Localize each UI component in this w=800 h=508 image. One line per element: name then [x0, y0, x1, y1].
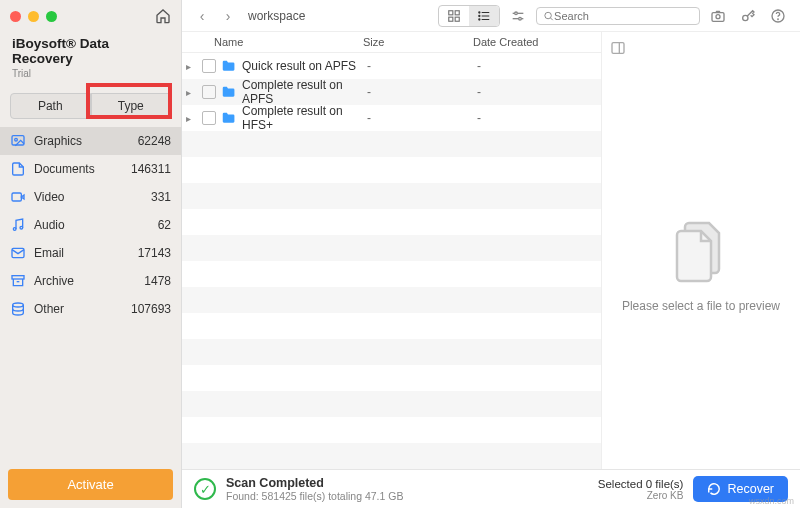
- file-list: Name Size Date Created ▸ Quick result on…: [182, 32, 602, 469]
- toolbar: ‹ › workspace: [182, 0, 800, 32]
- category-label: Other: [34, 302, 123, 316]
- svg-point-16: [479, 15, 480, 16]
- search-input[interactable]: [554, 10, 693, 22]
- table-row[interactable]: ▸ Complete result on APFS - -: [182, 79, 601, 105]
- svg-point-7: [13, 303, 24, 307]
- tab-path[interactable]: Path: [10, 93, 91, 119]
- category-label: Graphics: [34, 134, 130, 148]
- category-count: 107693: [131, 302, 171, 316]
- folder-icon: [220, 59, 238, 73]
- category-email[interactable]: Email 17143: [0, 239, 181, 267]
- disclosure-icon[interactable]: ▸: [186, 87, 198, 98]
- audio-icon: [10, 217, 26, 233]
- row-size: -: [367, 111, 477, 125]
- disclosure-icon[interactable]: ▸: [186, 61, 198, 72]
- back-button[interactable]: ‹: [192, 8, 212, 24]
- row-name: Complete result on HFS+: [242, 104, 367, 132]
- status-selected-size: Zero KB: [598, 490, 684, 501]
- app-title: iBoysoft® Data Recovery: [0, 32, 181, 68]
- search-icon: [543, 10, 554, 22]
- preview-toggle-icon[interactable]: [602, 38, 634, 58]
- filter-icon[interactable]: [506, 8, 530, 24]
- other-icon: [10, 301, 26, 317]
- grid-view-button[interactable]: [439, 6, 469, 26]
- checkbox[interactable]: [202, 111, 216, 125]
- svg-rect-8: [449, 10, 453, 14]
- preview-message: Please select a file to preview: [622, 299, 780, 313]
- category-documents[interactable]: Documents 146311: [0, 155, 181, 183]
- header-name[interactable]: Name: [210, 36, 363, 48]
- svg-point-26: [743, 15, 748, 20]
- category-audio[interactable]: Audio 62: [0, 211, 181, 239]
- list-view-button[interactable]: [469, 6, 499, 26]
- category-label: Video: [34, 190, 143, 204]
- column-headers: Name Size Date Created: [182, 32, 601, 53]
- camera-icon[interactable]: [706, 8, 730, 24]
- breadcrumb: workspace: [248, 9, 305, 23]
- home-icon[interactable]: [155, 8, 171, 24]
- svg-rect-9: [455, 10, 459, 14]
- forward-button[interactable]: ›: [218, 8, 238, 24]
- svg-point-4: [20, 226, 23, 229]
- category-label: Email: [34, 246, 130, 260]
- window-minimize[interactable]: [28, 11, 39, 22]
- help-icon[interactable]: [766, 8, 790, 24]
- row-size: -: [367, 85, 477, 99]
- file-placeholder-icon: [671, 215, 731, 285]
- main-panel: ‹ › workspace Name Size: [182, 0, 800, 508]
- svg-point-22: [545, 12, 551, 18]
- folder-icon: [220, 85, 238, 99]
- category-count: 1478: [144, 274, 171, 288]
- sidebar: iBoysoft® Data Recovery Trial Path Type …: [0, 0, 182, 508]
- app-subtitle: Trial: [0, 68, 181, 89]
- archive-icon: [10, 273, 26, 289]
- search-box[interactable]: [536, 7, 700, 25]
- sidebar-tabs: Path Type: [0, 89, 181, 127]
- refresh-icon: [707, 482, 721, 496]
- key-icon[interactable]: [736, 8, 760, 24]
- svg-point-1: [15, 138, 18, 141]
- checkbox[interactable]: [202, 85, 216, 99]
- category-archive[interactable]: Archive 1478: [0, 267, 181, 295]
- document-icon: [10, 161, 26, 177]
- svg-point-28: [778, 19, 779, 20]
- category-count: 331: [151, 190, 171, 204]
- category-count: 17143: [138, 246, 171, 260]
- status-selected: Selected 0 file(s): [598, 478, 684, 490]
- window-close[interactable]: [10, 11, 21, 22]
- category-count: 62248: [138, 134, 171, 148]
- svg-point-20: [515, 12, 518, 15]
- category-label: Documents: [34, 162, 123, 176]
- table-row[interactable]: ▸ Quick result on APFS - -: [182, 53, 601, 79]
- tab-type[interactable]: Type: [91, 93, 172, 119]
- header-date[interactable]: Date Created: [473, 36, 593, 48]
- activate-button[interactable]: Activate: [8, 469, 173, 500]
- svg-rect-24: [712, 12, 724, 21]
- status-title: Scan Completed: [226, 476, 403, 490]
- svg-rect-10: [449, 17, 453, 21]
- row-date: -: [477, 59, 597, 73]
- disclosure-icon[interactable]: ▸: [186, 113, 198, 124]
- row-date: -: [477, 111, 597, 125]
- row-date: -: [477, 85, 597, 99]
- status-detail: Found: 581425 file(s) totaling 47.1 GB: [226, 490, 403, 502]
- svg-point-21: [519, 17, 522, 20]
- svg-point-15: [479, 11, 480, 12]
- table-row[interactable]: ▸ Complete result on HFS+ - -: [182, 105, 601, 131]
- folder-icon: [220, 111, 238, 125]
- titlebar: [0, 0, 181, 32]
- category-other[interactable]: Other 107693: [0, 295, 181, 323]
- check-circle-icon: ✓: [194, 478, 216, 500]
- recover-label: Recover: [727, 482, 774, 496]
- checkbox[interactable]: [202, 59, 216, 73]
- svg-rect-2: [12, 193, 21, 201]
- svg-point-17: [479, 18, 480, 19]
- category-graphics[interactable]: Graphics 62248: [0, 127, 181, 155]
- video-icon: [10, 189, 26, 205]
- view-toggle: [438, 5, 500, 27]
- window-zoom[interactable]: [46, 11, 57, 22]
- header-size[interactable]: Size: [363, 36, 473, 48]
- category-count: 146311: [131, 162, 171, 176]
- category-label: Archive: [34, 274, 136, 288]
- category-video[interactable]: Video 331: [0, 183, 181, 211]
